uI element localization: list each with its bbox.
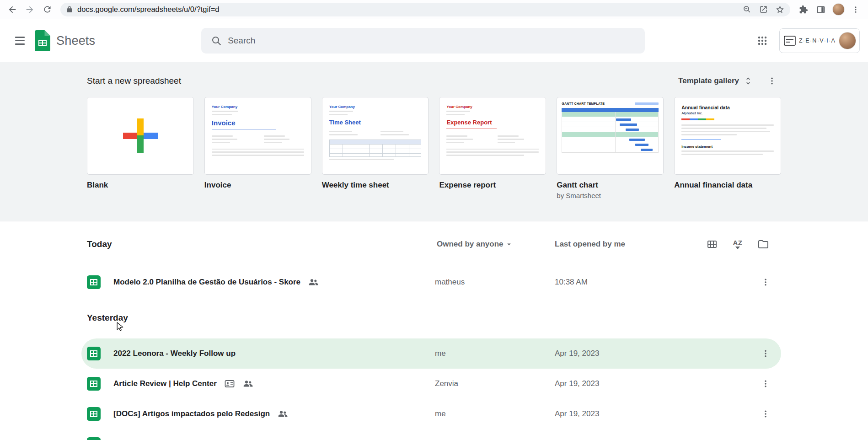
sheets-file-icon (87, 275, 101, 289)
zoom-page-button[interactable] (739, 2, 755, 17)
browser-menu-button[interactable] (848, 2, 863, 17)
side-panel-icon (816, 5, 825, 14)
zenvia-logo-icon (784, 36, 796, 46)
file-list-section: Today Owned by anyone Last opened by me … (0, 221, 868, 440)
star-icon (776, 5, 784, 14)
shared-people-icon (242, 378, 253, 389)
template-card-weekly-time-sheet[interactable]: Your Company Time Sheet Weekly time shee… (322, 97, 429, 199)
template-card-blank[interactable]: Blank (87, 97, 194, 199)
file-row[interactable]: Article Review | Help Center Zenvia Apr … (81, 369, 781, 399)
section-title-yesterday: Yesterday (87, 313, 128, 323)
template-label: Annual financial data (674, 181, 781, 190)
template-section-menu-button[interactable] (763, 72, 781, 90)
search-button[interactable] (205, 29, 228, 52)
share-icon (759, 5, 768, 14)
template-card-invoice[interactable]: Your Company Invoice Invoice (204, 97, 311, 199)
sheets-logo-icon[interactable] (35, 30, 50, 51)
owner-filter-dropdown[interactable]: Owned by anyone (435, 237, 515, 252)
file-row[interactable]: Modelo 2.0 Planilha de Gestão de Usuário… (81, 267, 781, 297)
template-section: Start a new spreadsheet Template gallery… (0, 62, 868, 221)
account-workspace-button[interactable]: Z·E·N·V·I·A (779, 28, 860, 53)
template-card-expense-report[interactable]: Your Company Expense Report Expense repo… (439, 97, 546, 199)
template-label: Gantt chart (557, 181, 664, 190)
folder-icon (758, 239, 769, 250)
section-title-today: Today (87, 239, 112, 249)
last-opened-label: Last opened by me (555, 240, 625, 249)
app-header: Sheets Z·E·N·V·I·A (0, 19, 868, 62)
address-bar[interactable]: docs.google.com/spreadsheets/u/0/?tgif=d (60, 3, 790, 16)
template-card-gantt-chart[interactable]: GANTT CHART TEMPLATE (557, 97, 664, 199)
search-input[interactable] (228, 36, 641, 46)
template-label: Invoice (204, 181, 311, 190)
sheets-file-icon (87, 347, 101, 360)
open-file-picker-button[interactable] (754, 235, 772, 253)
workspace-label: Z·E·N·V·I·A (799, 38, 836, 44)
dropdown-arrow-icon (505, 240, 513, 248)
template-card-annual-financial-data[interactable]: Annual financial data Alphabet Inc. Inco… (674, 97, 781, 199)
template-cards-row: Blank Your Company Invoice Invoice (87, 97, 781, 199)
back-icon (7, 5, 17, 15)
grid-view-icon (707, 239, 718, 250)
shared-people-icon (277, 408, 288, 419)
template-label: Weekly time sheet (322, 181, 429, 190)
sort-az-button[interactable]: AZ (729, 235, 747, 253)
kebab-menu-icon (761, 278, 770, 287)
bookmark-star-button[interactable] (772, 2, 788, 17)
kebab-menu-icon (767, 76, 777, 86)
search-bar (201, 28, 645, 54)
search-icon (211, 35, 222, 46)
file-row[interactable]: [DOCs] Artigos impactados pelo Redesign … (81, 399, 781, 429)
template-label: Expense report (439, 181, 546, 190)
share-page-button[interactable] (755, 2, 771, 17)
sheets-file-icon (87, 437, 101, 440)
file-row-selected[interactable]: 2022 Leonora - Weekly Follow up me Apr 1… (81, 338, 781, 369)
browser-back-button[interactable] (5, 2, 20, 17)
sheets-file-icon (87, 377, 101, 391)
file-row-menu-button[interactable] (756, 273, 775, 291)
new-blank-plus-icon (123, 118, 158, 153)
main-menu-button[interactable] (8, 29, 31, 52)
mouse-cursor (115, 321, 124, 335)
time-sheet-preview: Your Company Time Sheet (322, 97, 429, 174)
side-panel-button[interactable] (813, 2, 829, 17)
file-list-header: Today Owned by anyone Last opened by me … (87, 221, 781, 267)
reload-icon (43, 5, 52, 14)
account-avatar (839, 32, 856, 49)
profile-avatar (832, 3, 845, 16)
template-section-title: Start a new spreadsheet (87, 76, 181, 86)
template-gallery-button[interactable]: Template gallery (673, 72, 758, 90)
unfold-more-icon (744, 76, 753, 86)
sheets-file-icon (87, 407, 101, 421)
puzzle-icon (799, 5, 808, 14)
browser-forward-button[interactable] (22, 2, 38, 17)
file-row-menu-button[interactable] (756, 405, 775, 423)
forward-icon (25, 5, 35, 15)
sort-arrow-icon (735, 246, 740, 250)
magnifier-icon (743, 5, 751, 14)
app-title[interactable]: Sheets (56, 34, 95, 48)
browser-toolbar: docs.google.com/spreadsheets/u/0/?tgif=d (0, 0, 868, 19)
browser-reload-button[interactable] (39, 2, 55, 17)
contact-card-icon (224, 378, 235, 389)
kebab-menu-icon (761, 379, 770, 388)
shared-people-icon (308, 277, 319, 288)
lock-icon (66, 6, 73, 13)
google-apps-button[interactable] (751, 29, 774, 52)
apps-grid-icon (757, 35, 768, 46)
expense-report-preview: Your Company Expense Report (439, 97, 546, 174)
file-row-menu-button[interactable] (756, 435, 775, 440)
invoice-preview: Your Company Invoice (205, 97, 311, 174)
browser-profile-button[interactable] (830, 2, 846, 17)
gantt-chart-preview: GANTT CHART TEMPLATE (557, 97, 663, 174)
file-row-menu-button[interactable] (756, 344, 775, 363)
extensions-button[interactable] (796, 2, 811, 17)
kebab-menu-icon (852, 5, 860, 14)
file-row-menu-button[interactable] (756, 375, 775, 393)
template-label: Blank (87, 181, 194, 190)
grid-view-button[interactable] (703, 235, 721, 253)
kebab-menu-icon (761, 409, 770, 419)
url-text: docs.google.com/spreadsheets/u/0/?tgif=d (77, 5, 739, 14)
kebab-menu-icon (761, 349, 770, 358)
hamburger-icon (15, 37, 25, 38)
file-row-partial[interactable]: [Atenção] Artigos impactados pelo novo S… (81, 429, 781, 440)
